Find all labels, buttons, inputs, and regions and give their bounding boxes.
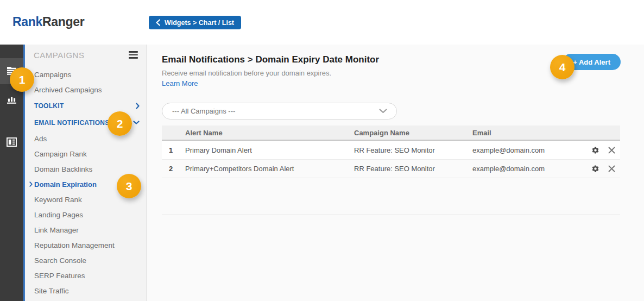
email-cell: example@domain.com xyxy=(470,146,576,154)
settings-gear-icon[interactable] xyxy=(591,146,599,154)
active-chevron-right-icon xyxy=(29,181,33,187)
email-cell: example@domain.com xyxy=(470,165,576,173)
annotation-step-4: 4 xyxy=(550,55,574,79)
annotation-step-2: 2 xyxy=(108,111,132,136)
campaign-name-cell: RR Feature: SEO Monitor xyxy=(351,146,470,154)
sidebar-section-toolkit[interactable]: TOOLKIT xyxy=(25,97,146,114)
domain-expiration-label: Domain Expiration xyxy=(34,180,97,189)
annotation-step-1: 1 xyxy=(10,67,34,92)
report-layout-icon xyxy=(7,137,17,149)
breadcrumb-label: Widgets > Chart / List xyxy=(165,19,234,27)
sidebar-title: CAMPAIGNS xyxy=(34,51,84,60)
table-row: 2 Primary+Competitors Domain Alert RR Fe… xyxy=(162,159,620,178)
row-number: 1 xyxy=(162,146,180,154)
alerts-table-body: 1 Primary Domain Alert RR Feature: SEO M… xyxy=(162,141,620,178)
sidebar-item-campaign-rank[interactable]: Campaign Rank xyxy=(25,146,146,161)
page: RankRanger Widgets > Chart / List xyxy=(0,0,644,301)
chevron-left-icon xyxy=(156,19,160,26)
col-campaign-name: Campaign Name xyxy=(351,129,470,137)
logo-ranger: Ranger xyxy=(42,15,84,29)
rail-item-reports[interactable] xyxy=(0,130,23,156)
sidebar-item-search-console[interactable]: Search Console xyxy=(25,253,146,268)
sidebar-item-serp-features[interactable]: SERP Features xyxy=(25,268,146,283)
chevron-right-icon xyxy=(136,103,140,109)
chevron-down-icon xyxy=(379,109,387,114)
alert-name-cell: Primary+Competitors Domain Alert xyxy=(180,165,351,173)
col-alert-name: Alert Name xyxy=(180,129,351,137)
chevron-down-icon xyxy=(133,121,140,124)
delete-x-icon[interactable] xyxy=(608,147,615,154)
sidebar: CAMPAIGNS Campaigns Archived Campaigns T… xyxy=(25,45,147,301)
settings-gear-icon[interactable] xyxy=(591,165,599,173)
row-actions xyxy=(576,146,620,154)
campaign-filter-select[interactable]: --- All Campaigns --- xyxy=(162,103,397,120)
campaign-filter-value: --- All Campaigns --- xyxy=(172,107,235,115)
alert-name-cell: Primary Domain Alert xyxy=(180,146,351,154)
toolkit-label: TOOLKIT xyxy=(34,102,64,110)
col-email: Email xyxy=(470,129,576,137)
delete-x-icon[interactable] xyxy=(608,165,615,172)
logo-rank: Rank xyxy=(12,15,42,29)
sidebar-item-ads[interactable]: Ads xyxy=(25,131,146,146)
top-header: RankRanger Widgets > Chart / List xyxy=(0,0,644,45)
widgets-breadcrumb-button[interactable]: Widgets > Chart / List xyxy=(149,16,241,29)
annotation-step-3: 3 xyxy=(117,174,141,198)
sidebar-item-landing-pages[interactable]: Landing Pages xyxy=(25,207,146,222)
sidebar-item-reputation-management[interactable]: Reputation Management xyxy=(25,237,146,253)
table-row: 1 Primary Domain Alert RR Feature: SEO M… xyxy=(162,141,620,159)
sidebar-header: CAMPAIGNS xyxy=(25,45,146,60)
logo[interactable]: RankRanger xyxy=(12,15,85,29)
main-content: Email Notifications > Domain Expiry Date… xyxy=(147,45,644,301)
row-actions xyxy=(576,165,620,173)
campaign-name-cell: RR Feature: SEO Monitor xyxy=(351,165,470,173)
section-divider xyxy=(162,215,620,215)
sidebar-item-link-manager[interactable]: Link Manager xyxy=(25,222,146,237)
email-notifications-label: EMAIL NOTIFICATIONS xyxy=(34,119,110,127)
sidebar-item-archived-campaigns[interactable]: Archived Campaigns xyxy=(25,82,146,97)
hamburger-menu-icon[interactable] xyxy=(128,50,139,60)
alerts-table: Alert Name Campaign Name Email 1 Primary… xyxy=(162,126,620,178)
alerts-table-header: Alert Name Campaign Name Email xyxy=(162,126,620,141)
bar-chart-icon xyxy=(7,95,17,106)
row-number: 2 xyxy=(162,165,180,173)
learn-more-link[interactable]: Learn More xyxy=(162,79,198,87)
sidebar-item-site-traffic[interactable]: Site Traffic xyxy=(25,283,146,298)
sidebar-item-campaigns[interactable]: Campaigns xyxy=(25,67,146,82)
